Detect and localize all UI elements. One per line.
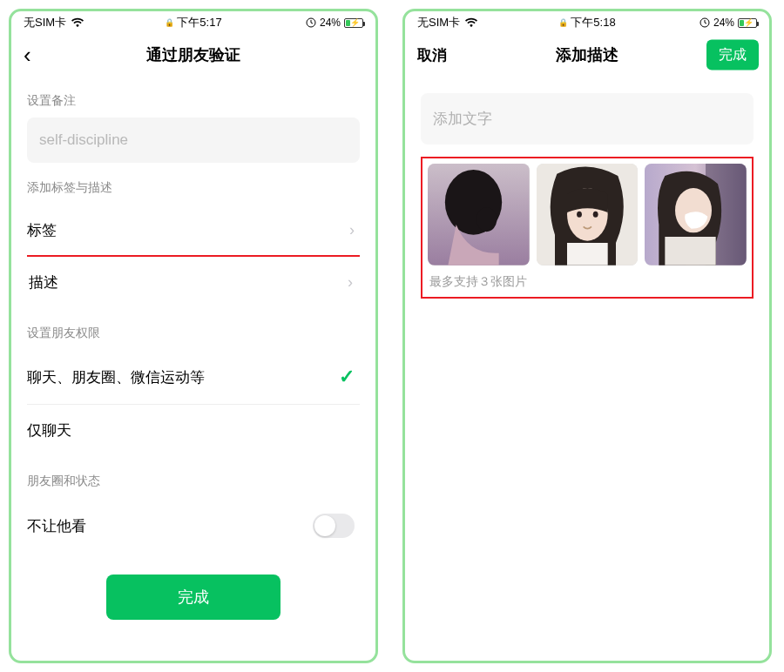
wifi-icon bbox=[465, 17, 477, 28]
status-bar: 无SIM卡 🔒 下午5:17 24% ⚡ bbox=[11, 11, 375, 34]
battery-percent: 24% bbox=[320, 17, 341, 29]
battery-icon: ⚡ bbox=[738, 18, 757, 28]
chevron-right-icon: › bbox=[348, 273, 353, 292]
rotation-lock-icon bbox=[306, 17, 316, 28]
wifi-icon bbox=[71, 17, 84, 28]
clock-time: 下午5:17 bbox=[177, 15, 221, 30]
remark-section-label: 设置备注 bbox=[27, 93, 360, 109]
rotation-lock-icon bbox=[700, 17, 710, 28]
tags-section-label: 添加标签与描述 bbox=[27, 180, 360, 196]
cell-tags[interactable]: 标签 › bbox=[27, 205, 360, 257]
lock-icon: 🔒 bbox=[558, 18, 568, 27]
sim-status: 无SIM卡 bbox=[24, 15, 66, 30]
cell-description-label: 描述 bbox=[29, 272, 58, 292]
photo-thumbnail-1[interactable] bbox=[428, 164, 530, 265]
done-button[interactable]: 完成 bbox=[706, 40, 759, 71]
done-button[interactable]: 完成 bbox=[106, 575, 280, 620]
battery-percent: 24% bbox=[713, 17, 734, 29]
permission-option-chatonly-label: 仅聊天 bbox=[27, 420, 71, 440]
phone-right: 无SIM卡 🔒 下午5:18 24% ⚡ 取消 添加描述 完成 添加文字 bbox=[402, 9, 772, 663]
svg-point-4 bbox=[476, 207, 497, 232]
svg-point-7 bbox=[577, 212, 582, 218]
block-moments-toggle[interactable] bbox=[313, 514, 355, 538]
page-title: 添加描述 bbox=[556, 44, 618, 65]
moments-section-label: 朋友圈和状态 bbox=[27, 474, 360, 489]
page-title: 通过朋友验证 bbox=[146, 44, 240, 65]
cancel-button[interactable]: 取消 bbox=[417, 45, 447, 65]
back-button[interactable]: ‹ bbox=[24, 42, 31, 69]
navbar: 取消 添加描述 完成 bbox=[405, 34, 769, 76]
status-bar: 无SIM卡 🔒 下午5:18 24% ⚡ bbox=[405, 11, 769, 34]
permission-option-chatonly[interactable]: 仅聊天 bbox=[27, 405, 360, 456]
permission-option-full[interactable]: 聊天、朋友圈、微信运动等 ✓ bbox=[27, 350, 360, 405]
svg-rect-13 bbox=[666, 237, 716, 265]
clock-time: 下午5:18 bbox=[571, 15, 615, 30]
phone-left: 无SIM卡 🔒 下午5:17 24% ⚡ ‹ 通过朋友验证 设置备注 添加标签与… bbox=[9, 9, 378, 663]
photo-thumbnail-3[interactable] bbox=[645, 164, 747, 265]
battery-icon: ⚡ bbox=[344, 18, 363, 28]
navbar: ‹ 通过朋友验证 bbox=[11, 34, 375, 76]
check-icon: ✓ bbox=[339, 366, 355, 388]
red-highlight-photos: 最多支持３张图片 bbox=[421, 157, 754, 299]
block-moments-cell[interactable]: 不让他看 bbox=[27, 498, 360, 554]
cell-tags-label: 标签 bbox=[27, 220, 57, 240]
permission-section-label: 设置朋友权限 bbox=[27, 326, 360, 341]
photo-thumbnail-2[interactable] bbox=[537, 164, 639, 265]
cell-description[interactable]: 描述 › bbox=[29, 257, 358, 308]
permission-option-full-label: 聊天、朋友圈、微信运动等 bbox=[27, 367, 205, 387]
description-textarea[interactable]: 添加文字 bbox=[421, 93, 754, 144]
red-highlight-desc: 描述 › bbox=[27, 255, 360, 308]
svg-point-8 bbox=[592, 212, 598, 218]
block-moments-label: 不让他看 bbox=[27, 516, 86, 536]
photo-limit-hint: 最多支持３张图片 bbox=[428, 274, 747, 290]
remark-input[interactable] bbox=[27, 118, 360, 163]
svg-rect-9 bbox=[567, 243, 608, 265]
lock-icon: 🔒 bbox=[165, 18, 174, 27]
chevron-right-icon: › bbox=[349, 221, 355, 239]
sim-status: 无SIM卡 bbox=[417, 15, 460, 30]
